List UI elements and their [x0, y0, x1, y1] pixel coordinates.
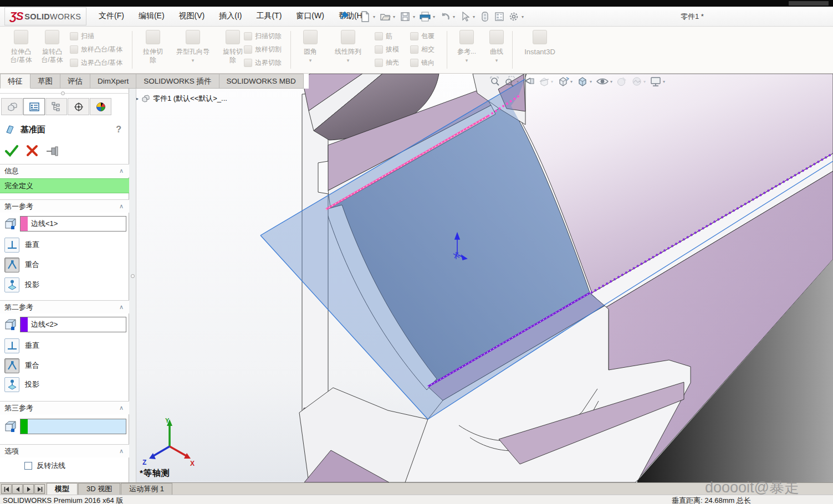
section-header-first-reference[interactable]: 第一参考 ∧ [0, 199, 129, 213]
feature-tree-root[interactable]: ▶ 零件1 (默认<<默认>_... [135, 94, 227, 104]
tab-solidworks-addins[interactable]: SOLIDWORKS 插件 [136, 74, 219, 89]
ribbon-boundary-cut-button[interactable]: 边界切除 [244, 56, 282, 69]
dimxpert-manager-tab[interactable] [68, 98, 89, 115]
ribbon-lofted-cut-button[interactable]: 放样切割 [244, 43, 282, 55]
chevron-up-icon[interactable]: ∧ [119, 167, 124, 174]
ribbon-lofted-boss-button[interactable]: 放样凸台/基体 [70, 43, 122, 55]
next-tab-button[interactable] [23, 484, 34, 494]
zoom-area-icon[interactable]: ▾ [504, 76, 519, 87]
ok-button[interactable] [4, 144, 19, 157]
last-tab-button[interactable] [34, 484, 45, 494]
ribbon-swept-boss-button[interactable]: 扫描 [70, 30, 94, 42]
menu-view[interactable]: 视图(V) [179, 11, 205, 21]
section-header-options[interactable]: 选项 ∧ [0, 444, 129, 457]
ribbon-reference-geometry-button[interactable]: 参考...▾ [451, 30, 482, 65]
project-button[interactable] [4, 377, 19, 392]
previous-tab-button[interactable] [12, 484, 23, 494]
cancel-button[interactable] [25, 144, 39, 157]
zoom-fit-icon[interactable] [489, 76, 500, 87]
3d-views-tab[interactable]: 3D 视图 [78, 483, 120, 495]
ribbon-hole-wizard-button[interactable]: 异型孔向导 ▾ [170, 30, 216, 65]
tab-sketch[interactable]: 草图 [30, 74, 60, 89]
flip-normal-checkbox[interactable] [24, 462, 32, 470]
section-view-icon[interactable]: ▾ [539, 76, 553, 87]
tab-features[interactable]: 特征 [0, 74, 30, 89]
menu-file[interactable]: 文件(F) [99, 11, 124, 21]
graphics-viewport[interactable]: ▶ 零件1 (默认<<默认>_... ▾ ▾ ▾ ▾ ▾ ▾ ▾ Y X Z *… [129, 74, 833, 482]
perpendicular-button[interactable] [4, 238, 19, 253]
view-settings-icon[interactable]: ▾ [650, 76, 665, 87]
ribbon-revolved-boss-button[interactable]: 旋转凸 台/基体 [37, 30, 68, 64]
options-gear-icon[interactable] [508, 11, 520, 23]
edit-appearance-icon[interactable] [616, 76, 627, 87]
ribbon-boundary-boss-button[interactable]: 边界凸台/基体 [70, 56, 122, 69]
keep-visible-pin-button[interactable] [45, 144, 60, 157]
project-button[interactable] [4, 277, 19, 292]
display-style-icon[interactable]: ▾ [576, 76, 592, 87]
select-cursor-icon[interactable] [459, 11, 471, 23]
ribbon-mirror-button[interactable]: 镜向 [410, 56, 435, 69]
ribbon-extruded-cut-button[interactable]: 拉伸切 除 [137, 30, 168, 64]
display-manager-tab[interactable] [90, 98, 111, 115]
ribbon-fillet-button[interactable]: 圆角▾ [295, 30, 326, 65]
rebuild-icon[interactable] [479, 11, 491, 23]
ribbon-shell-button[interactable]: 抽壳 [375, 56, 399, 69]
panel-top-handle[interactable] [61, 91, 65, 95]
undo-icon[interactable] [439, 11, 451, 23]
apply-scene-icon[interactable]: ▾ [631, 76, 646, 87]
coincident-button[interactable] [4, 358, 19, 373]
splitter-handle[interactable] [131, 274, 135, 278]
panel-splitter[interactable] [129, 89, 136, 482]
chevron-up-icon[interactable]: ∧ [119, 304, 124, 311]
ribbon-instant3d-button[interactable]: Instant3D [517, 30, 563, 56]
motion-study-tab[interactable]: 运动算例 1 [121, 483, 172, 495]
save-icon[interactable] [399, 11, 411, 23]
model-tab[interactable]: 模型 [47, 483, 78, 495]
section-header-info[interactable]: 信息 ∧ [0, 164, 129, 177]
hide-show-items-icon[interactable]: ▾ [596, 76, 612, 87]
open-icon[interactable] [379, 11, 391, 23]
chevron-up-icon[interactable]: ∧ [119, 404, 124, 412]
previous-view-icon[interactable] [523, 76, 535, 87]
tab-solidworks-mbd[interactable]: SOLIDWORKS MBD [219, 74, 304, 89]
print-icon[interactable] [419, 11, 431, 23]
second-reference-selection-box[interactable]: 边线<2> [20, 317, 126, 332]
new-document-icon[interactable] [359, 11, 371, 23]
ribbon-draft-button[interactable]: 拔模 [375, 43, 399, 55]
tab-evaluate[interactable]: 评估 [60, 74, 90, 89]
menu-window[interactable]: 窗口(W) [296, 11, 324, 21]
menu-edit[interactable]: 编辑(E) [139, 11, 165, 21]
help-icon[interactable]: ? [116, 125, 121, 135]
extruded-boss-icon [14, 30, 28, 44]
perpendicular-label: 垂直 [25, 240, 39, 250]
menu-tools[interactable]: 工具(T) [256, 11, 282, 21]
ribbon-intersect-button[interactable]: 相交 [410, 43, 435, 55]
perpendicular-button[interactable] [4, 338, 19, 353]
menu-insert[interactable]: 插入(I) [219, 11, 242, 21]
tab-dimxpert[interactable]: DimXpert [90, 74, 136, 89]
swept-cut-icon [244, 32, 252, 40]
pin-menu-icon[interactable] [339, 11, 349, 23]
reference-entity-icon [3, 216, 18, 232]
view-orientation-icon[interactable]: ▾ [557, 76, 573, 87]
ribbon-rib-button[interactable]: 筋 [375, 30, 392, 42]
section-header-third-reference[interactable]: 第三参考 ∧ [0, 401, 129, 414]
first-tab-button[interactable] [1, 484, 12, 494]
first-reference-selection-box[interactable]: 边线<1> [20, 216, 126, 232]
ribbon-curves-button[interactable]: 曲线▾ [481, 30, 512, 65]
ribbon-swept-cut-button[interactable]: 扫描切除 [244, 30, 282, 42]
selection-value: 边线<2> [28, 320, 58, 330]
chevron-up-icon[interactable]: ∧ [119, 448, 124, 455]
configuration-manager-tab[interactable] [45, 98, 67, 115]
ribbon-extruded-boss-button[interactable]: 拉伸凸 台/基体 [6, 30, 37, 64]
coincident-button[interactable] [4, 258, 19, 272]
third-reference-selection-box[interactable] [20, 419, 126, 434]
ribbon-linear-pattern-button[interactable]: 线性阵列▾ [325, 30, 371, 65]
ribbon-wrap-button[interactable]: 包覆 [410, 30, 435, 42]
section-header-second-reference[interactable]: 第二参考 ∧ [0, 300, 129, 313]
property-manager-tab[interactable] [23, 98, 45, 115]
feature-manager-tab[interactable] [1, 98, 23, 115]
chevron-up-icon[interactable]: ∧ [119, 203, 124, 210]
file-properties-icon[interactable] [493, 11, 505, 23]
window-control-buttons[interactable] [789, 1, 829, 6]
